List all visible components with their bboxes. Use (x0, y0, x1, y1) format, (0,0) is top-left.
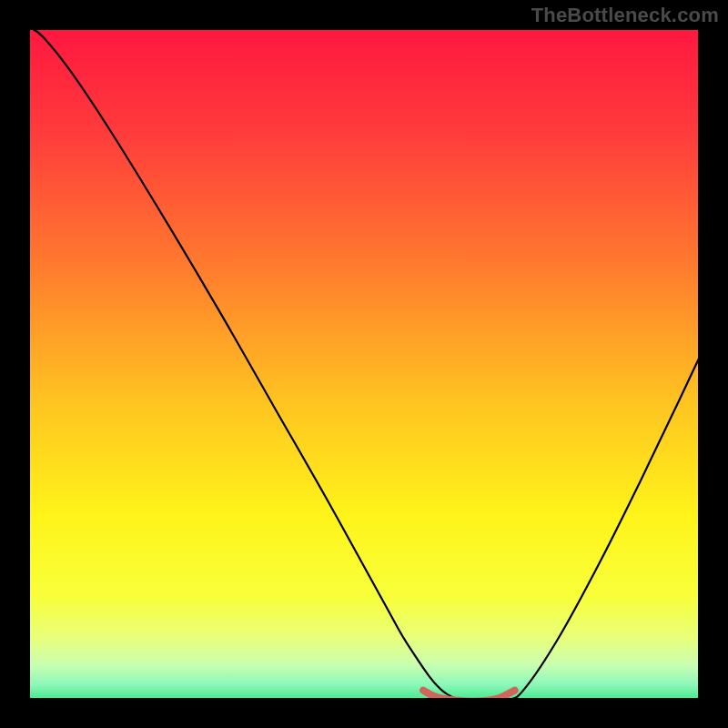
chart-frame: TheBottleneck.com (0, 0, 728, 728)
watermark-text: TheBottleneck.com (531, 4, 719, 27)
bottleneck-chart (0, 0, 728, 728)
gradient-background (30, 27, 708, 705)
